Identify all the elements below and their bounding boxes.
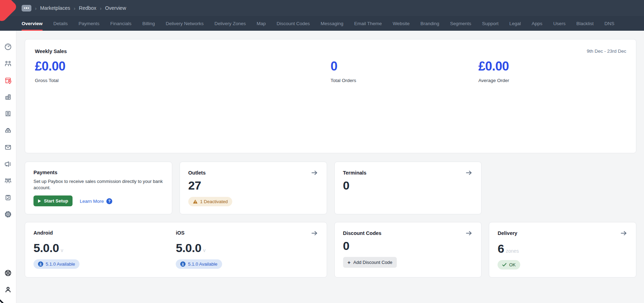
average-order-value: £0.00 [478,59,626,74]
tab-legal[interactable]: Legal [509,16,521,31]
payments-description: Set up Paybox to receive sales commissio… [33,178,164,191]
delivery-value: 6 [498,242,504,256]
tab-map[interactable]: Map [257,16,266,31]
terminals-title: Terminals [343,170,366,176]
settings-icon[interactable] [0,206,16,223]
stat-average-order: £0.00 Average Order [478,59,626,83]
icon-sidebar [0,31,16,303]
ios-version-suffix: v [203,247,205,253]
payments-card: Payments Set up Paybox to receive sales … [25,162,172,214]
outlets-warning-badge: 1 Deactivated [188,197,233,206]
apps-card: Android 5.0.0 v 5.1.0 Available iOS 5.0.… [25,222,327,278]
tab-segments[interactable]: Segments [450,16,471,31]
terminals-card: Terminals 0 [334,162,482,214]
tab-billing[interactable]: Billing [142,16,155,31]
breadcrumb-redbox[interactable]: Redbox [79,5,96,11]
stat-gross-total: £0.00 Gross Total [35,59,331,83]
partners-icon[interactable] [0,55,16,72]
breadcrumb-overview[interactable]: Overview [105,5,126,11]
ios-update-badge: 5.1.0 Available [176,259,222,269]
ios-section: iOS 5.0.0 v 5.1.0 Available [176,230,318,269]
delivery-arrow-icon[interactable] [620,230,628,236]
support-icon[interactable] [0,265,16,281]
download-icon [38,261,43,267]
discount-codes-value: 0 [343,239,473,253]
pos-icon[interactable] [0,122,16,139]
android-update-badge: 5.1.0 Available [33,259,79,269]
customers-icon[interactable] [0,105,16,122]
tab-blacklist[interactable]: Blacklist [576,16,594,31]
tab-payments[interactable]: Payments [78,16,99,31]
weekly-sales-title: Weekly Sales [35,49,67,54]
terminals-value: 0 [343,179,473,192]
chevron-right-icon: › [100,5,101,11]
add-discount-code-button[interactable]: + Add Discount Code [343,257,397,268]
breadcrumb-menu-button[interactable] [22,5,31,12]
tab-financials[interactable]: Financials [110,16,131,31]
tab-messaging[interactable]: Messaging [321,16,343,31]
tab-email-theme[interactable]: Email Theme [354,16,382,31]
discount-codes-arrow-icon[interactable] [465,230,473,236]
app-header: › Marketplaces › Redbox › Overview Overv… [0,0,644,31]
empty-grid-cell [489,162,636,214]
marketplaces-icon[interactable] [0,72,16,89]
gross-total-value: £0.00 [35,59,331,74]
delivery-status-badge: OK [498,260,520,269]
chevron-right-icon: › [74,5,75,11]
outlets-card: Outlets 27 1 Deactivated [180,162,327,214]
terminals-arrow-icon[interactable] [465,170,473,176]
breadcrumb-marketplaces[interactable]: Marketplaces [40,5,70,11]
total-orders-label: Total Orders [331,78,478,83]
android-version: 5.0.0 [33,241,59,255]
tab-delivery-networks[interactable]: Delivery Networks [166,16,204,31]
dashboard-icon[interactable] [0,38,16,55]
main-content: Weekly Sales 9th Dec - 23rd Dec £0.00 Gr… [16,31,644,303]
android-version-suffix: v [61,247,63,253]
chevron-right-icon: › [35,5,37,11]
tab-bar: Overview Details Payments Financials Bil… [0,16,644,31]
tab-dns[interactable]: DNS [604,16,614,31]
svg-text:?: ? [108,199,111,203]
apps-arrow-icon[interactable] [310,230,318,236]
learn-more-link[interactable]: Learn More ? [80,198,112,204]
account-icon[interactable] [0,281,16,298]
teams-icon[interactable] [0,172,16,189]
tab-users[interactable]: Users [553,16,566,31]
tab-details[interactable]: Details [53,16,68,31]
tab-apps[interactable]: Apps [532,16,543,31]
ios-version: 5.0.0 [176,241,201,255]
delivery-title: Delivery [498,230,517,236]
tab-delivery-zones[interactable]: Delivery Zones [214,16,246,31]
tasks-icon[interactable] [0,189,16,206]
corner-mark [0,298,5,303]
android-title: Android [33,230,176,236]
play-icon [38,199,41,203]
weekly-sales-card: Weekly Sales 9th Dec - 23rd Dec £0.00 Gr… [25,39,636,153]
delivery-card: Delivery 6 zones OK [489,222,636,278]
organisations-icon[interactable] [0,89,16,105]
breadcrumb: › Marketplaces › Redbox › Overview [0,0,644,16]
tab-overview[interactable]: Overview [22,16,43,31]
tab-support[interactable]: Support [482,16,499,31]
ios-title: iOS [176,230,318,236]
check-icon [502,263,507,267]
tab-branding[interactable]: Branding [421,16,439,31]
outlets-arrow-icon[interactable] [310,170,318,176]
download-icon [180,261,185,267]
date-range: 9th Dec - 23rd Dec [587,49,626,54]
plus-icon: + [348,260,351,265]
delivery-unit: zones [506,248,519,254]
help-icon[interactable]: ? [106,198,112,204]
gross-total-label: Gross Total [35,78,331,83]
messages-icon[interactable] [0,139,16,156]
tab-website[interactable]: Website [393,16,410,31]
start-setup-button[interactable]: Start Setup [33,195,73,206]
average-order-label: Average Order [478,78,626,83]
android-section: Android 5.0.0 v 5.1.0 Available [33,230,176,269]
total-orders-value: 0 [331,59,478,74]
outlets-value: 27 [188,179,318,192]
tab-discount-codes[interactable]: Discount Codes [276,16,310,31]
warning-icon [193,199,198,204]
stat-total-orders: 0 Total Orders [331,59,478,83]
marketing-icon[interactable] [0,156,16,172]
